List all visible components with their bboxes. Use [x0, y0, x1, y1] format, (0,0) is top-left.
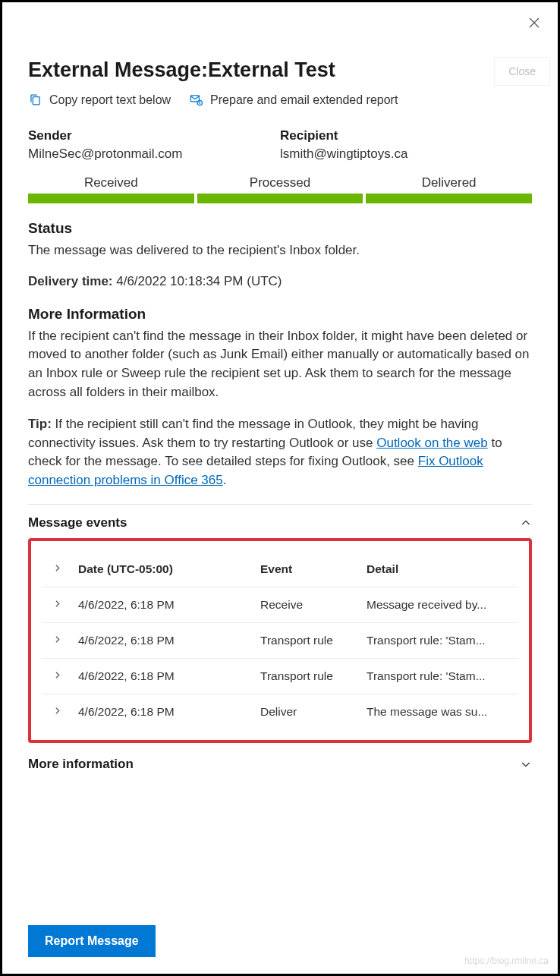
- tip-text-3: .: [223, 473, 227, 487]
- message-events-table: Date (UTC-05:00) Event Detail 4/6/2022, …: [42, 552, 518, 729]
- more-info-heading: More Information: [28, 306, 532, 323]
- detail-col-header[interactable]: Detail: [360, 552, 518, 587]
- stage-delivered-label: Delivered: [366, 175, 532, 190]
- event-date: 4/6/2022, 6:18 PM: [72, 587, 254, 622]
- chevron-right-icon: [52, 599, 62, 609]
- copy-report-label: Copy report text below: [49, 93, 171, 107]
- sender-recipient-row: Sender MilneSec@protonmail.com Recipient…: [28, 128, 532, 162]
- divider: [28, 504, 532, 505]
- delivery-stages: Received Processed Delivered: [28, 175, 532, 203]
- event-type: Deliver: [254, 694, 360, 729]
- chevron-right-icon: [52, 706, 62, 716]
- status-text: The message was delivered to the recipie…: [28, 241, 532, 260]
- copy-icon: [28, 93, 42, 107]
- status-heading: Status: [28, 220, 532, 237]
- delivery-time-row: Delivery time: 4/6/2022 10:18:34 PM (UTC…: [28, 274, 532, 289]
- tip-label: Tip:: [28, 417, 52, 431]
- chevron-down-icon: [520, 758, 532, 770]
- event-date: 4/6/2022, 6:18 PM: [72, 622, 254, 658]
- more-info-para1: If the recipient can't find the message …: [28, 327, 532, 402]
- event-detail: The message was su...: [360, 694, 518, 729]
- delivery-time-label: Delivery time:: [28, 274, 113, 288]
- stage-processed-label: Processed: [197, 175, 363, 190]
- message-events-table-highlight: Date (UTC-05:00) Event Detail 4/6/2022, …: [28, 538, 532, 743]
- email-attach-icon: [189, 93, 203, 107]
- email-report-action[interactable]: Prepare and email extended report: [189, 93, 398, 107]
- stage-processed-bar: [197, 194, 363, 203]
- sender-label: Sender: [28, 128, 280, 143]
- event-type: Receive: [254, 587, 360, 622]
- delivery-time-value: 4/6/2022 10:18:34 PM (UTC): [113, 274, 282, 288]
- report-message-button[interactable]: Report Message: [28, 925, 156, 957]
- stage-delivered-bar: [366, 194, 532, 203]
- event-detail: Message received by...: [360, 587, 518, 622]
- chevron-right-icon: [52, 634, 62, 644]
- page-title: External Message:External Test: [28, 58, 532, 82]
- close-icon[interactable]: [527, 16, 541, 33]
- chevron-right-icon: [52, 670, 62, 680]
- message-trace-panel: Close External Message:External Test Cop…: [2, 2, 558, 974]
- more-info-tip: Tip: If the recipient still can't find t…: [28, 415, 532, 490]
- message-events-label: Message events: [28, 515, 127, 531]
- date-col-header[interactable]: Date (UTC-05:00): [72, 552, 254, 587]
- action-row: Copy report text below Prepare and email…: [28, 93, 532, 107]
- event-detail: Transport rule: 'Stam...: [360, 658, 518, 694]
- table-row[interactable]: 4/6/2022, 6:18 PMDeliverThe message was …: [42, 694, 518, 729]
- copy-report-action[interactable]: Copy report text below: [28, 93, 171, 107]
- table-row[interactable]: 4/6/2022, 6:18 PMTransport ruleTransport…: [42, 622, 518, 658]
- more-information-collapsible[interactable]: More information: [28, 752, 532, 779]
- expand-col-header[interactable]: [42, 552, 72, 587]
- chevron-up-icon: [520, 517, 532, 529]
- event-type: Transport rule: [254, 658, 360, 694]
- table-row[interactable]: 4/6/2022, 6:18 PMReceiveMessage received…: [42, 587, 518, 622]
- chevron-right-icon: [52, 563, 62, 573]
- event-detail: Transport rule: 'Stam...: [360, 622, 518, 658]
- event-date: 4/6/2022, 6:18 PM: [72, 658, 254, 694]
- more-information-label: More information: [28, 757, 134, 772]
- message-events-header[interactable]: Message events: [28, 511, 532, 538]
- svg-rect-2: [33, 97, 39, 105]
- close-button[interactable]: Close: [494, 57, 550, 86]
- stage-received-bar: [28, 194, 194, 203]
- sender-value: MilneSec@protonmail.com: [28, 146, 280, 162]
- table-row[interactable]: 4/6/2022, 6:18 PMTransport ruleTransport…: [42, 658, 518, 694]
- email-report-label: Prepare and email extended report: [210, 93, 398, 107]
- recipient-value: lsmith@wingtiptoys.ca: [280, 146, 532, 162]
- event-date: 4/6/2022, 6:18 PM: [72, 694, 254, 729]
- event-col-header[interactable]: Event: [254, 552, 360, 587]
- recipient-label: Recipient: [280, 128, 532, 143]
- outlook-web-link[interactable]: Outlook on the web: [376, 436, 487, 450]
- event-type: Transport rule: [254, 622, 360, 658]
- stage-received-label: Received: [28, 175, 194, 190]
- watermark: https://blog.rmilne.ca: [464, 956, 549, 966]
